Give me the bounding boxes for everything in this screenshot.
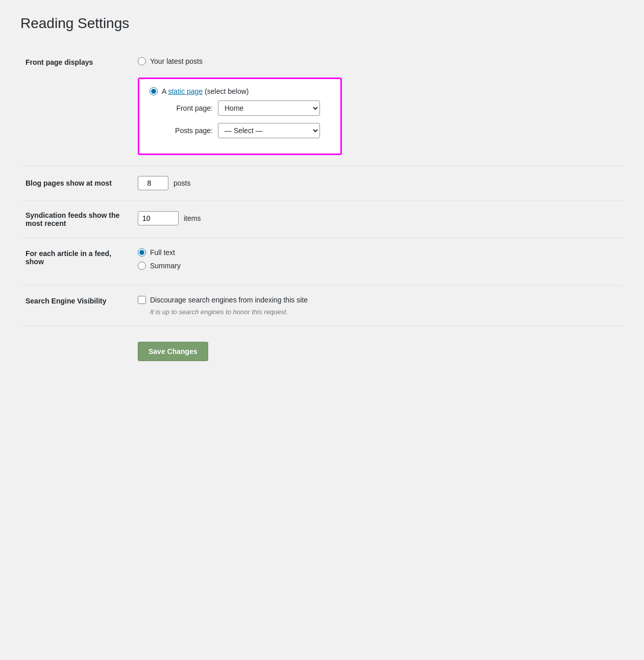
save-changes-button[interactable]: Save Changes <box>138 342 208 361</box>
blog-pages-input[interactable] <box>138 176 168 190</box>
save-button-spacer <box>20 326 133 372</box>
latest-posts-label[interactable]: Your latest posts <box>150 57 203 65</box>
syndication-input[interactable] <box>138 211 179 225</box>
front-page-select-label: Front page: <box>162 104 213 112</box>
summary-label[interactable]: Summary <box>150 262 181 270</box>
save-button-cell: Save Changes <box>133 326 624 372</box>
search-visibility-checkbox-label[interactable]: Discourage search engines from indexing … <box>150 296 308 304</box>
front-page-label: Front page displays <box>20 47 133 166</box>
search-visibility-checkbox-row: Discourage search engines from indexing … <box>138 296 618 304</box>
full-text-radio[interactable] <box>138 248 146 257</box>
feed-content-label: For each article in a feed, show <box>20 238 133 286</box>
static-page-radio[interactable] <box>150 87 158 95</box>
latest-posts-radio[interactable] <box>138 57 146 65</box>
page-title: Reading Settings <box>20 15 624 32</box>
static-page-options: Front page: — Select — Home About Blog C… <box>162 100 330 138</box>
search-visibility-cell: Discourage search engines from indexing … <box>133 286 624 326</box>
syndication-cell: items <box>133 201 624 238</box>
blog-pages-cell: posts <box>133 166 624 201</box>
blog-pages-suffix: posts <box>174 179 190 187</box>
posts-page-select-row: Posts page: — Select — Blog News Posts <box>162 123 330 138</box>
full-text-label[interactable]: Full text <box>150 248 175 257</box>
search-visibility-checkbox[interactable] <box>138 296 146 304</box>
syndication-input-wrap: items <box>138 211 618 225</box>
front-page-select-row: Front page: — Select — Home About Blog C… <box>162 100 330 116</box>
static-page-link[interactable]: static page <box>168 87 203 95</box>
summary-radio[interactable] <box>138 262 146 270</box>
syndication-label: Syndication feeds show the most recent <box>20 201 133 238</box>
front-page-options-cell: Your latest posts A static page (select … <box>133 47 624 166</box>
syndication-suffix: items <box>184 214 201 222</box>
blog-pages-input-wrap: posts <box>138 176 618 190</box>
static-page-box: A static page (select below) Front page:… <box>138 78 342 155</box>
front-page-select[interactable]: — Select — Home About Blog Contact <box>218 100 320 116</box>
posts-page-select-label: Posts page: <box>162 126 213 135</box>
search-visibility-hint: It is up to search engines to honor this… <box>150 308 618 316</box>
posts-page-select[interactable]: — Select — Blog News Posts <box>218 123 320 138</box>
blog-pages-label: Blog pages show at most <box>20 166 133 201</box>
static-page-label[interactable]: A static page (select below) <box>162 87 249 95</box>
feed-content-cell: Full text Summary <box>133 238 624 286</box>
search-visibility-label: Search Engine Visibility <box>20 286 133 326</box>
